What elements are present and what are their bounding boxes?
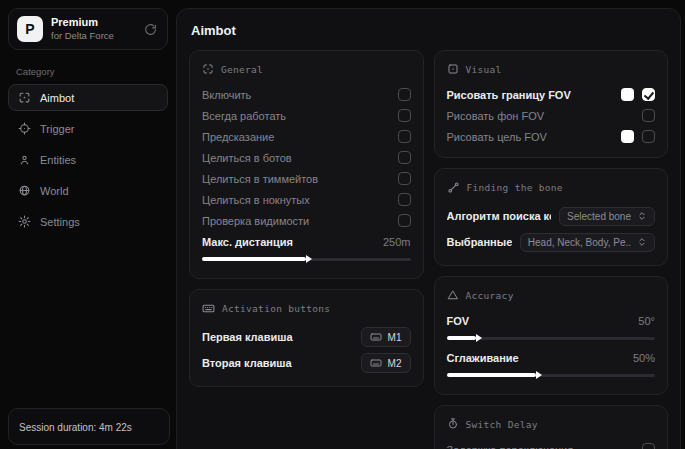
sidebar-item-entities[interactable]: Entities — [8, 146, 168, 173]
smoothing-label: Сглаживание — [447, 352, 519, 364]
fov-target-row: Рисовать цель FOV — [447, 126, 656, 147]
toggle-row-always-work: Всегда работать — [202, 105, 411, 126]
world-icon — [18, 184, 31, 197]
second-key-label: Вторая клавиша — [202, 357, 292, 369]
fov-border-color-swatch[interactable] — [621, 88, 634, 101]
main-panel: Aimbot General Включить Всегда работать — [176, 8, 681, 449]
bone-algorithm-value: Selected bone — [567, 211, 631, 222]
max-distance-slider[interactable] — [202, 253, 411, 265]
toggle-label: Включить — [202, 89, 251, 101]
selected-bones-select[interactable]: Head, Neck, Body, Pe.. — [520, 233, 655, 252]
brand-subtitle: for Delta Force — [51, 30, 134, 42]
fov-background-checkbox[interactable] — [642, 109, 655, 122]
fov-border-label: Рисовать границу FOV — [447, 89, 571, 101]
target-bots-checkbox[interactable] — [398, 151, 411, 164]
entities-icon — [18, 153, 31, 166]
unfold-icon — [637, 211, 647, 221]
keyboard-icon — [370, 357, 382, 369]
sidebar-item-label: Entities — [40, 154, 76, 166]
switch-delay-header-label: Switch Delay — [466, 419, 538, 430]
toggle-row-enable: Включить — [202, 84, 411, 105]
timer-icon — [447, 418, 459, 430]
second-key-row: Вторая клавиша M2 — [202, 350, 411, 376]
sidebar-item-label: Settings — [40, 216, 80, 228]
trigger-icon — [18, 122, 31, 135]
keybind-value: M2 — [388, 358, 402, 369]
second-key-bind-button[interactable]: M2 — [361, 353, 411, 373]
first-key-bind-button[interactable]: M1 — [361, 327, 411, 347]
fov-target-label: Рисовать цель FOV — [447, 131, 547, 143]
activation-header-label: Activation buttons — [222, 303, 330, 314]
toggle-label: Целиться в ботов — [202, 152, 292, 164]
general-header: General — [202, 63, 411, 75]
bone-header-label: Finding the bone — [467, 182, 563, 193]
bone-header: Finding the bone — [447, 181, 656, 194]
toggle-row-prediction: Предсказание — [202, 126, 411, 147]
visual-panel: Visual Рисовать границу FOV Рисовать фон… — [434, 50, 669, 158]
category-label: Category — [16, 66, 160, 77]
sidebar-item-label: World — [40, 185, 69, 197]
enable-checkbox[interactable] — [398, 88, 411, 101]
smoothing-slider[interactable] — [447, 369, 656, 381]
first-key-row: Первая клавиша M1 — [202, 324, 411, 350]
max-distance-row: Макс. дистанция 250m — [202, 231, 411, 252]
sidebar-item-world[interactable]: World — [8, 177, 168, 204]
left-column: General Включить Всегда работать Предска… — [189, 50, 424, 387]
accuracy-header: Accuracy — [447, 289, 656, 301]
target-knocked-checkbox[interactable] — [398, 193, 411, 206]
sidebar-item-label: Aimbot — [40, 92, 74, 104]
toggle-label: Целиться в нокнутых — [202, 194, 310, 206]
keyboard-icon — [370, 331, 382, 343]
keybind-value: M1 — [388, 332, 402, 343]
visibility-check-checkbox[interactable] — [398, 214, 411, 227]
visual-header: Visual — [447, 63, 656, 75]
bone-algorithm-label: Алгоритм поиска костей — [447, 210, 552, 222]
bone-icon — [447, 181, 460, 194]
prediction-checkbox[interactable] — [398, 130, 411, 143]
target-teammates-checkbox[interactable] — [398, 172, 411, 185]
switch-delay-header: Switch Delay — [447, 418, 656, 430]
always-work-checkbox[interactable] — [398, 109, 411, 122]
bone-panel: Finding the bone Алгоритм поиска костей … — [434, 168, 669, 266]
accuracy-panel: Accuracy FOV 50° Сглаживание 50% — [434, 276, 669, 395]
bone-algorithm-row: Алгоритм поиска костей Selected bone — [447, 203, 656, 229]
keyboard-icon — [202, 302, 215, 315]
toggle-row-target-knocked: Целиться в нокнутых — [202, 189, 411, 210]
sidebar: P Premium for Delta Force Category Aimbo… — [0, 0, 176, 449]
sidebar-item-label: Trigger — [40, 123, 74, 135]
brand-logo: P — [17, 16, 43, 42]
general-header-label: General — [221, 64, 263, 75]
switch-delay-toggle-label: Задержка переключения — [447, 444, 574, 449]
general-panel: General Включить Всегда работать Предска… — [189, 50, 424, 279]
switch-delay-panel: Switch Delay Задержка переключения Задер… — [434, 405, 669, 449]
sidebar-nav: Aimbot Trigger Entities World Settings — [0, 84, 176, 235]
sidebar-item-settings[interactable]: Settings — [8, 208, 168, 235]
fov-slider[interactable] — [447, 332, 656, 344]
fov-border-checkbox[interactable] — [642, 88, 655, 101]
fov-slider-row: FOV 50° — [447, 310, 656, 331]
session-duration: Session duration: 4m 22s — [8, 408, 170, 445]
smoothing-slider-row: Сглаживание 50% — [447, 347, 656, 368]
fov-value: 50° — [638, 315, 655, 327]
toggle-label: Целиться в тиммейтов — [202, 173, 318, 185]
frame-icon — [447, 63, 459, 75]
bone-algorithm-select[interactable]: Selected bone — [559, 207, 655, 226]
sidebar-item-trigger[interactable]: Trigger — [8, 115, 168, 142]
fov-border-row: Рисовать границу FOV — [447, 84, 656, 105]
triangle-icon — [447, 289, 459, 301]
right-column: Visual Рисовать границу FOV Рисовать фон… — [434, 50, 669, 449]
first-key-label: Первая клавиша — [202, 331, 293, 343]
brand-text: Premium for Delta Force — [51, 16, 134, 42]
fov-target-color-swatch[interactable] — [621, 130, 634, 143]
fov-target-checkbox[interactable] — [642, 130, 655, 143]
sidebar-item-aimbot[interactable]: Aimbot — [8, 84, 168, 111]
smoothing-value: 50% — [633, 352, 655, 364]
page-title: Aimbot — [191, 23, 666, 38]
toggle-label: Проверка видимости — [202, 215, 309, 227]
brand-card: P Premium for Delta Force — [8, 8, 168, 50]
sync-icon[interactable] — [142, 21, 159, 38]
toggle-row-visibility-check: Проверка видимости — [202, 210, 411, 231]
accuracy-header-label: Accuracy — [466, 290, 514, 301]
fov-background-label: Рисовать фон FOV — [447, 110, 545, 122]
switch-delay-checkbox[interactable] — [642, 443, 655, 449]
